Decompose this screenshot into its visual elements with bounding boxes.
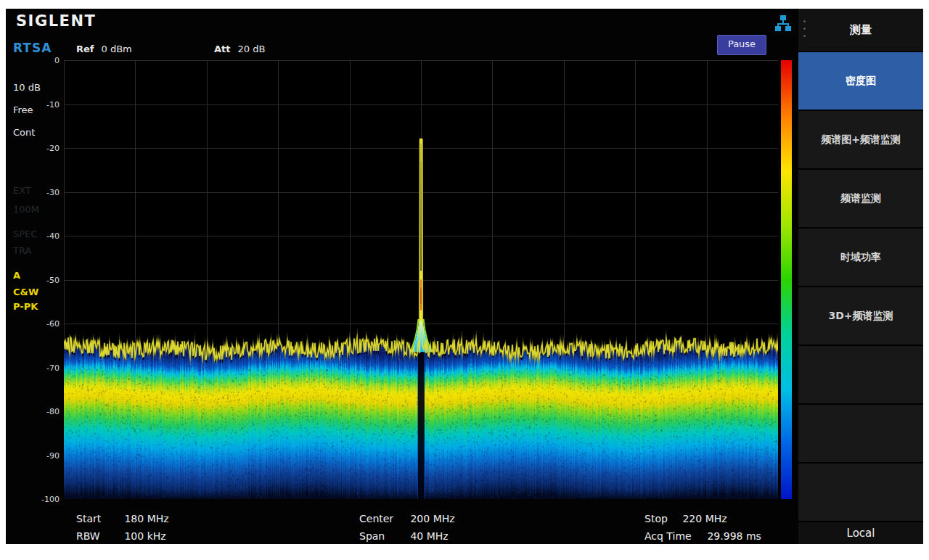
rbw-value: 100 kHz (124, 530, 165, 542)
y-tick--20: -20 (46, 144, 60, 153)
density-plot-canvas[interactable] (64, 60, 778, 499)
span-label: Span (359, 530, 407, 542)
acq-label: Acq Time (644, 530, 704, 542)
menu-item-7[interactable] (798, 462, 923, 521)
siglent-logo: SIGLENT (16, 12, 96, 30)
menu-item-2[interactable]: 频谱监测 (798, 168, 923, 227)
att-value: 20 dB (238, 44, 266, 54)
menu-item-6[interactable] (798, 403, 923, 462)
menu-item-0[interactable]: 密度图 (798, 51, 923, 110)
menu-handle-dots[interactable] (803, 20, 806, 37)
density-colorbar (781, 60, 792, 499)
start-frequency: Start 180 MHz (76, 513, 169, 524)
y-tick--60: -60 (46, 319, 60, 329)
ref-value: 0 dBm (101, 44, 131, 54)
stop-frequency: Stop 220 MHz (644, 513, 727, 524)
acq-time: Acq Time 29.998 ms (644, 530, 761, 542)
rbw-label: RBW (76, 530, 121, 542)
rbw: RBW 100 kHz (76, 530, 166, 542)
y-tick--30: -30 (46, 188, 60, 197)
menu-title-label: 测量 (850, 23, 872, 37)
attenuation: Att20 dB (214, 44, 265, 54)
lan-network-icon[interactable] (774, 14, 793, 33)
menu-title: 测量 (798, 9, 923, 51)
center-value: 200 MHz (410, 513, 454, 524)
menu-item-4[interactable]: 3D+频谱监测 (798, 286, 923, 345)
menu-item-3[interactable]: 时域功率 (798, 227, 923, 286)
analyzer-screen: SIGLENT RTSA Ref0 dBm Att20 dB Pause 10 … (6, 9, 923, 544)
center-frequency: Center 200 MHz (359, 513, 455, 524)
pause-button[interactable]: Pause (717, 35, 766, 55)
y-tick--40: -40 (46, 231, 60, 241)
y-axis-tick-labels: 0-10-20-30-40-50-60-70-80-90-100 (6, 60, 61, 499)
ref-level: Ref0 dBm (76, 44, 132, 54)
y-tick--50: -50 (46, 276, 60, 285)
y-tick--80: -80 (46, 407, 60, 416)
stop-value: 220 MHz (682, 513, 727, 524)
y-tick--90: -90 (46, 451, 60, 461)
acq-value: 29.998 ms (707, 530, 761, 542)
y-tick--10: -10 (46, 100, 60, 110)
stop-label: Stop (644, 513, 679, 524)
span-value: 40 MHz (410, 530, 448, 542)
menu-item-5[interactable] (798, 345, 923, 403)
att-label: Att (214, 44, 231, 54)
y-tick--100: -100 (41, 495, 60, 504)
start-label: Start (76, 513, 121, 524)
ref-label: Ref (76, 44, 94, 54)
local-button[interactable]: Local (798, 521, 923, 544)
start-value: 180 MHz (124, 513, 168, 524)
measure-menu-sidebar: 测量 密度图频谱图+频谱监测频谱监测时域功率3D+频谱监测Local (798, 9, 923, 544)
y-tick-0: 0 (54, 56, 60, 65)
mode-label: RTSA (13, 41, 52, 55)
y-tick--70: -70 (46, 363, 60, 373)
center-label: Center (359, 513, 407, 524)
menu-item-1[interactable]: 频谱图+频谱监测 (798, 110, 923, 168)
span: Span 40 MHz (359, 530, 449, 542)
